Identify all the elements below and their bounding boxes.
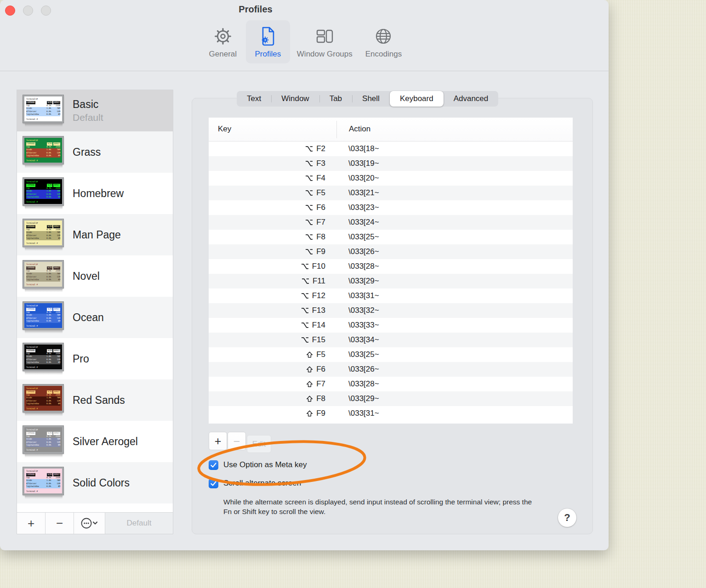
tab-shell[interactable]: Shell xyxy=(352,91,390,107)
use-option-as-meta-checkbox[interactable] xyxy=(209,460,218,470)
add-profile-button[interactable]: + xyxy=(17,513,46,534)
table-row[interactable]: F10\033[28~ xyxy=(209,259,573,274)
terminal-preview: Terminal1#COMMAND%CPURPRVTtop4.1%231KXco… xyxy=(23,426,63,453)
profiles-sidebar: Terminal1#COMMAND%CPURPRVTtop4.1%231KXco… xyxy=(17,90,173,534)
table-row[interactable]: F11\033[29~ xyxy=(209,274,573,288)
thumbnail-reflection xyxy=(25,165,63,168)
table-body: F2\033[18~ F3\033[19~ F4\033[20~ F5\033[… xyxy=(209,141,573,421)
desktop: { "window": { "title": "Profiles" }, "to… xyxy=(0,0,706,588)
action-cell: \033[28~ xyxy=(348,379,379,389)
toolbar-item-window-groups[interactable]: Window Groups xyxy=(291,20,359,63)
table-row[interactable]: F8\033[25~ xyxy=(209,230,573,244)
toolbar-item-label: General xyxy=(209,50,237,59)
shift-key-icon xyxy=(306,366,313,373)
table-row[interactable]: F3\033[19~ xyxy=(209,156,573,171)
key-name: F12 xyxy=(312,291,325,300)
key-name: F3 xyxy=(316,159,325,168)
profile-name: Silver Aerogel xyxy=(73,435,138,448)
table-row[interactable]: F14\033[33~ xyxy=(209,318,573,333)
tab-tab[interactable]: Tab xyxy=(319,91,352,107)
profile-item-basic[interactable]: Terminal1#COMMAND%CPURPRVTtop4.1%231KXco… xyxy=(17,90,173,131)
thumbnail-reflection xyxy=(25,413,63,416)
key-name: F6 xyxy=(316,203,325,212)
toolbar-item-encodings[interactable]: Encodings xyxy=(359,20,408,63)
remove-key-button[interactable]: − xyxy=(228,432,246,450)
profile-name: Grass xyxy=(73,146,101,158)
tab-text[interactable]: Text xyxy=(237,91,271,107)
action-cell: \033[34~ xyxy=(348,335,379,345)
profile-item-pro[interactable]: Terminal1#COMMAND%CPURPRVTtop4.1%231KXco… xyxy=(17,338,173,379)
tab-label: Shell xyxy=(362,94,380,103)
profile-list: Terminal1#COMMAND%CPURPRVTtop4.1%231KXco… xyxy=(17,90,173,512)
action-cell: \033[26~ xyxy=(348,365,379,374)
profile-name: Novel xyxy=(73,270,100,283)
profile-label: Man Page xyxy=(73,229,121,241)
table-row[interactable]: F5\033[21~ xyxy=(209,186,573,200)
action-cell: \033[24~ xyxy=(348,218,379,227)
terminal-preview: Terminal1#COMMAND%CPURPRVTtop4.1%231KXco… xyxy=(23,343,63,371)
column-header-action[interactable]: Action xyxy=(349,124,370,134)
profile-item-novel[interactable]: Terminal1#COMMAND%CPURPRVTtop4.1%231KXco… xyxy=(17,255,173,297)
table-row[interactable]: F8\033[29~ xyxy=(209,391,573,406)
profile-item-solid-colors[interactable]: Terminal1#COMMAND%CPURPRVTtop4.1%231KXco… xyxy=(17,462,173,503)
table-header: Key Action xyxy=(209,118,573,141)
table-row[interactable]: F2\033[18~ xyxy=(209,141,573,156)
scroll-alternate-screen-checkbox[interactable] xyxy=(209,479,218,488)
profile-label: Ocean xyxy=(73,311,104,324)
edit-key-button[interactable]: Edit xyxy=(247,435,271,453)
thumbnail-reflection xyxy=(25,454,63,458)
terminal-preview: Terminal1#COMMAND%CPURPRVTtop4.1%231KXco… xyxy=(23,384,63,412)
key-name: F5 xyxy=(316,188,325,198)
add-key-button[interactable]: + xyxy=(209,432,227,450)
profile-name: Homebrew xyxy=(73,187,124,200)
help-button[interactable]: ? xyxy=(558,509,576,527)
profile-item-grass[interactable]: Terminal1#COMMAND%CPURPRVTtop4.1%231KXco… xyxy=(17,131,173,173)
key-name: F8 xyxy=(316,394,325,403)
toolbar-item-general[interactable]: General xyxy=(201,20,245,63)
table-row[interactable]: F6\033[23~ xyxy=(209,200,573,215)
key-cell: F12 xyxy=(209,291,325,300)
profile-thumbnail: Terminal1#COMMAND%CPURPRVTtop4.1%231KXco… xyxy=(23,467,64,499)
profile-item-silver-aerogel[interactable]: Terminal1#COMMAND%CPURPRVTtop4.1%231KXco… xyxy=(17,421,173,462)
profile-label: Homebrew xyxy=(73,187,124,200)
column-separator[interactable] xyxy=(336,121,337,138)
table-row[interactable]: F13\033[32~ xyxy=(209,303,573,318)
profile-item-man-page[interactable]: Terminal1#COMMAND%CPURPRVTtop4.1%231KXco… xyxy=(17,214,173,255)
thumbnail-reflection xyxy=(25,372,63,375)
segment-divider xyxy=(352,95,353,102)
toolbar-item-profiles[interactable]: Profiles xyxy=(246,20,290,63)
table-row[interactable]: F9\033[31~ xyxy=(209,406,573,421)
option-key-icon xyxy=(301,263,309,270)
table-row[interactable]: F12\033[31~ xyxy=(209,288,573,303)
option-key-icon xyxy=(305,234,313,240)
default-button[interactable]: Default xyxy=(105,513,173,534)
tab-advanced[interactable]: Advanced xyxy=(444,91,499,107)
option-key-icon xyxy=(305,249,313,255)
table-row[interactable]: F6\033[26~ xyxy=(209,362,573,377)
table-row[interactable]: F7\033[24~ xyxy=(209,215,573,230)
tab-window[interactable]: Window xyxy=(271,91,319,107)
tab-keyboard[interactable]: Keyboard xyxy=(390,91,444,107)
remove-profile-button[interactable]: − xyxy=(46,513,74,534)
thumbnail-reflection xyxy=(25,248,63,251)
window-groups-icon xyxy=(316,24,333,48)
option-key-icon xyxy=(301,322,309,328)
action-cell: \033[21~ xyxy=(348,188,379,198)
column-header-key[interactable]: Key xyxy=(218,124,231,134)
profile-item-homebrew[interactable]: Terminal1#COMMAND%CPURPRVTtop4.1%231KXco… xyxy=(17,173,173,214)
table-row[interactable]: F7\033[28~ xyxy=(209,377,573,391)
thumbnail-reflection xyxy=(25,289,63,292)
key-name: F14 xyxy=(312,321,325,330)
profile-item-ocean[interactable]: Terminal1#COMMAND%CPURPRVTtop4.1%231KXco… xyxy=(17,297,173,338)
key-name: F7 xyxy=(316,379,325,389)
table-row[interactable]: F5\033[25~ xyxy=(209,347,573,362)
table-row[interactable]: F4\033[20~ xyxy=(209,171,573,186)
action-cell: \033[20~ xyxy=(348,174,379,183)
profile-thumbnail: Terminal1#COMMAND%CPURPRVTtop4.1%231KXco… xyxy=(23,136,64,168)
profile-name: Pro xyxy=(73,353,89,365)
table-row[interactable]: F15\033[34~ xyxy=(209,333,573,347)
profile-item-red-sands[interactable]: Terminal1#COMMAND%CPURPRVTtop4.1%231KXco… xyxy=(17,379,173,421)
table-row[interactable]: F9\033[26~ xyxy=(209,244,573,259)
profile-actions-menu-button[interactable] xyxy=(74,513,105,534)
key-cell: F11 xyxy=(209,277,325,286)
